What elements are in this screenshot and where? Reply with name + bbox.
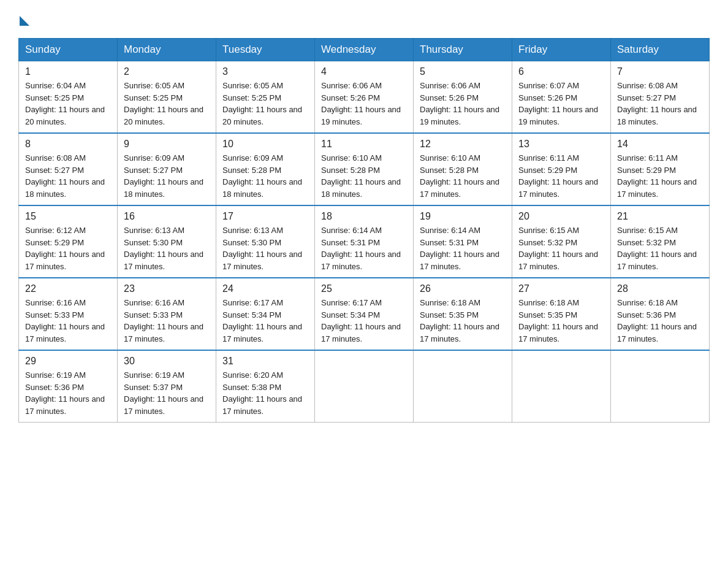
day-cell: 3Sunrise: 6:05 AMSunset: 5:25 PMDaylight… — [216, 61, 315, 134]
day-cell: 23Sunrise: 6:16 AMSunset: 5:33 PMDayligh… — [118, 278, 216, 350]
day-info: Sunrise: 6:11 AMSunset: 5:29 PMDaylight:… — [518, 152, 604, 200]
day-cell: 4Sunrise: 6:06 AMSunset: 5:26 PMDaylight… — [315, 61, 414, 134]
day-number: 11 — [321, 139, 407, 150]
day-cell: 1Sunrise: 6:04 AMSunset: 5:25 PMDaylight… — [19, 61, 118, 134]
day-info: Sunrise: 6:13 AMSunset: 5:30 PMDaylight:… — [222, 224, 308, 272]
day-info: Sunrise: 6:04 AMSunset: 5:25 PMDaylight:… — [25, 80, 111, 128]
day-cell: 10Sunrise: 6:09 AMSunset: 5:28 PMDayligh… — [216, 133, 315, 205]
logo-arrow-icon — [20, 16, 29, 26]
day-info: Sunrise: 6:20 AMSunset: 5:38 PMDaylight:… — [222, 369, 308, 417]
day-cell: 6Sunrise: 6:07 AMSunset: 5:26 PMDaylight… — [512, 61, 611, 134]
day-cell: 21Sunrise: 6:15 AMSunset: 5:32 PMDayligh… — [611, 205, 710, 278]
day-cell: 13Sunrise: 6:11 AMSunset: 5:29 PMDayligh… — [512, 133, 611, 205]
day-cell: 14Sunrise: 6:11 AMSunset: 5:29 PMDayligh… — [611, 133, 710, 205]
day-info: Sunrise: 6:16 AMSunset: 5:33 PMDaylight:… — [25, 297, 111, 345]
day-header-wednesday: Wednesday — [315, 39, 414, 61]
day-number: 27 — [518, 283, 604, 294]
day-cell: 27Sunrise: 6:18 AMSunset: 5:35 PMDayligh… — [512, 278, 611, 350]
day-info: Sunrise: 6:15 AMSunset: 5:32 PMDaylight:… — [617, 224, 703, 272]
day-number: 3 — [222, 66, 308, 77]
day-number: 23 — [124, 283, 210, 294]
day-cell: 28Sunrise: 6:18 AMSunset: 5:36 PMDayligh… — [611, 278, 710, 350]
day-number: 6 — [518, 66, 604, 77]
day-info: Sunrise: 6:14 AMSunset: 5:31 PMDaylight:… — [420, 224, 506, 272]
day-number: 12 — [420, 139, 506, 150]
day-number: 30 — [124, 356, 210, 367]
day-info: Sunrise: 6:18 AMSunset: 5:35 PMDaylight:… — [518, 297, 604, 345]
day-info: Sunrise: 6:17 AMSunset: 5:34 PMDaylight:… — [321, 297, 407, 345]
day-number: 10 — [222, 139, 308, 150]
day-number: 15 — [25, 211, 111, 222]
day-number: 29 — [25, 356, 111, 367]
day-cell: 9Sunrise: 6:09 AMSunset: 5:27 PMDaylight… — [118, 133, 216, 205]
day-cell: 31Sunrise: 6:20 AMSunset: 5:38 PMDayligh… — [216, 350, 315, 423]
day-info: Sunrise: 6:06 AMSunset: 5:26 PMDaylight:… — [420, 80, 506, 128]
day-cell: 15Sunrise: 6:12 AMSunset: 5:29 PMDayligh… — [19, 205, 118, 278]
day-number: 20 — [518, 211, 604, 222]
day-number: 16 — [124, 211, 210, 222]
day-cell: 25Sunrise: 6:17 AMSunset: 5:34 PMDayligh… — [315, 278, 414, 350]
day-number: 26 — [420, 283, 506, 294]
day-info: Sunrise: 6:12 AMSunset: 5:29 PMDaylight:… — [25, 224, 111, 272]
day-header-friday: Friday — [512, 39, 611, 61]
day-number: 7 — [617, 66, 703, 77]
day-number: 8 — [25, 139, 111, 150]
empty-day-cell — [611, 350, 710, 423]
day-info: Sunrise: 6:08 AMSunset: 5:27 PMDaylight:… — [617, 80, 703, 128]
day-info: Sunrise: 6:09 AMSunset: 5:28 PMDaylight:… — [222, 152, 308, 200]
day-cell: 8Sunrise: 6:08 AMSunset: 5:27 PMDaylight… — [19, 133, 118, 205]
day-number: 13 — [518, 139, 604, 150]
calendar-table: SundayMondayTuesdayWednesdayThursdayFrid… — [18, 38, 710, 423]
day-number: 31 — [222, 356, 308, 367]
calendar-week-row: 29Sunrise: 6:19 AMSunset: 5:36 PMDayligh… — [19, 350, 710, 423]
day-cell: 17Sunrise: 6:13 AMSunset: 5:30 PMDayligh… — [216, 205, 315, 278]
day-number: 14 — [617, 139, 703, 150]
day-info: Sunrise: 6:18 AMSunset: 5:35 PMDaylight:… — [420, 297, 506, 345]
day-cell: 7Sunrise: 6:08 AMSunset: 5:27 PMDaylight… — [611, 61, 710, 134]
day-cell: 2Sunrise: 6:05 AMSunset: 5:25 PMDaylight… — [118, 61, 216, 134]
day-number: 25 — [321, 283, 407, 294]
day-info: Sunrise: 6:15 AMSunset: 5:32 PMDaylight:… — [518, 224, 604, 272]
day-cell: 16Sunrise: 6:13 AMSunset: 5:30 PMDayligh… — [118, 205, 216, 278]
calendar-week-row: 8Sunrise: 6:08 AMSunset: 5:27 PMDaylight… — [19, 133, 710, 205]
day-cell: 19Sunrise: 6:14 AMSunset: 5:31 PMDayligh… — [414, 205, 512, 278]
empty-day-cell — [315, 350, 414, 423]
day-info: Sunrise: 6:16 AMSunset: 5:33 PMDaylight:… — [124, 297, 210, 345]
day-info: Sunrise: 6:14 AMSunset: 5:31 PMDaylight:… — [321, 224, 407, 272]
day-number: 21 — [617, 211, 703, 222]
day-number: 28 — [617, 283, 703, 294]
day-info: Sunrise: 6:07 AMSunset: 5:26 PMDaylight:… — [518, 80, 604, 128]
day-cell: 26Sunrise: 6:18 AMSunset: 5:35 PMDayligh… — [414, 278, 512, 350]
day-cell: 20Sunrise: 6:15 AMSunset: 5:32 PMDayligh… — [512, 205, 611, 278]
day-number: 2 — [124, 66, 210, 77]
day-cell: 24Sunrise: 6:17 AMSunset: 5:34 PMDayligh… — [216, 278, 315, 350]
day-header-tuesday: Tuesday — [216, 39, 315, 61]
day-info: Sunrise: 6:11 AMSunset: 5:29 PMDaylight:… — [617, 152, 703, 200]
day-info: Sunrise: 6:18 AMSunset: 5:36 PMDaylight:… — [617, 297, 703, 345]
day-number: 19 — [420, 211, 506, 222]
day-number: 4 — [321, 66, 407, 77]
day-header-monday: Monday — [118, 39, 216, 61]
day-number: 22 — [25, 283, 111, 294]
calendar-week-row: 22Sunrise: 6:16 AMSunset: 5:33 PMDayligh… — [19, 278, 710, 350]
day-header-thursday: Thursday — [414, 39, 512, 61]
day-info: Sunrise: 6:13 AMSunset: 5:30 PMDaylight:… — [124, 224, 210, 272]
day-number: 9 — [124, 139, 210, 150]
day-number: 24 — [222, 283, 308, 294]
day-info: Sunrise: 6:10 AMSunset: 5:28 PMDaylight:… — [420, 152, 506, 200]
day-number: 5 — [420, 66, 506, 77]
day-number: 17 — [222, 211, 308, 222]
day-info: Sunrise: 6:19 AMSunset: 5:36 PMDaylight:… — [25, 369, 111, 417]
day-info: Sunrise: 6:08 AMSunset: 5:27 PMDaylight:… — [25, 152, 111, 200]
calendar-week-row: 1Sunrise: 6:04 AMSunset: 5:25 PMDaylight… — [19, 61, 710, 134]
calendar-week-row: 15Sunrise: 6:12 AMSunset: 5:29 PMDayligh… — [19, 205, 710, 278]
day-cell: 22Sunrise: 6:16 AMSunset: 5:33 PMDayligh… — [19, 278, 118, 350]
day-number: 1 — [25, 66, 111, 77]
empty-day-cell — [414, 350, 512, 423]
day-info: Sunrise: 6:09 AMSunset: 5:27 PMDaylight:… — [124, 152, 210, 200]
day-cell: 29Sunrise: 6:19 AMSunset: 5:36 PMDayligh… — [19, 350, 118, 423]
day-info: Sunrise: 6:10 AMSunset: 5:28 PMDaylight:… — [321, 152, 407, 200]
day-info: Sunrise: 6:06 AMSunset: 5:26 PMDaylight:… — [321, 80, 407, 128]
day-number: 18 — [321, 211, 407, 222]
day-cell: 30Sunrise: 6:19 AMSunset: 5:37 PMDayligh… — [118, 350, 216, 423]
